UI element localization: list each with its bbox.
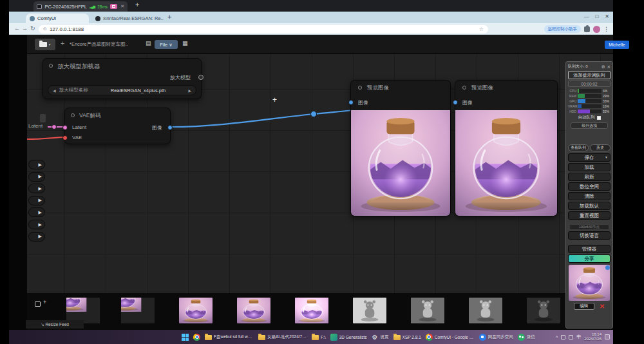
new-session-button[interactable]: + [135,1,139,8]
feed-thumbnail-2[interactable] [179,298,213,323]
sidebar-button-0[interactable]: 保存▼ [568,153,611,162]
prev-value-icon[interactable]: ◀ [53,88,56,93]
sidebar-button-1[interactable]: 加载 [568,163,611,171]
extra-options-button[interactable]: 额外选项 [571,122,608,129]
feed-thumbnail-8[interactable] [527,298,560,323]
node-upscale-model-loader[interactable]: 放大模型加载器 放大模型 ◀ 放大模型名称 RealESRGAN_x4plus.… [43,58,202,99]
model-name-widget[interactable]: ◀ 放大模型名称 RealESRGAN_x4plus.pth ▶ [48,85,196,95]
tray-icon[interactable] [569,335,573,339]
taskbar-clock[interactable]: 16:14 2024/7/26 [584,332,601,341]
back-icon[interactable]: ← [14,25,20,32]
collapsed-node-3[interactable]: ▶ [28,196,45,205]
manager-button[interactable]: 管理器 [568,245,611,253]
queue-prompt-button[interactable]: 添加提示词队列 [568,71,611,79]
close-session-icon[interactable]: ✕ [120,4,124,9]
sidebar-button-5[interactable]: 加载默认 [568,202,611,210]
save-dropdown-arrow[interactable]: ▼ [605,155,608,159]
taskbar-item-windows[interactable] [182,334,189,341]
url-text[interactable]: 127.0.0.1:8188 [50,26,477,32]
collapsed-node-6[interactable]: ▶ [28,232,45,242]
taskbar-item-3D Generalists[interactable]: 3D Generalists [330,334,367,341]
feed-thumbnail-0[interactable] [66,298,100,323]
collapsed-node-4[interactable]: ▶ [28,207,45,217]
auto-queue-checkbox[interactable] [597,116,601,120]
feed-thumbnail-6[interactable] [411,298,444,323]
switch-locale-button[interactable]: 切换语言 [568,231,611,240]
taskbar-item-女娲AI-迭代2024/7宣传[interactable]: 女娲AI-迭代2024/7宣传 [258,334,307,340]
browser-menu-icon[interactable]: ⋮ [603,26,609,32]
sidebar-button-3[interactable]: 数位空间 [568,182,611,191]
node-preview-image-1[interactable]: 预览图像 图像 [350,80,451,216]
upscale-model-output-port[interactable] [198,75,204,80]
feed-pin-icon[interactable]: + [43,299,46,305]
sidebar-button-4[interactable]: 清除 [568,192,611,200]
profile-avatar[interactable] [593,26,600,33]
next-value-icon[interactable]: ▶ [188,88,191,93]
image-output-port[interactable] [167,125,173,130]
maximize-window-icon[interactable]: □ [595,14,598,19]
file-menu-button[interactable]: File ∨ [155,40,178,49]
url-field[interactable]: ⊙ 127.0.0.1:8188 ☆ [39,25,488,33]
view-queue-button[interactable]: 查看队列 [568,144,589,151]
feed-thumbnail-7[interactable] [469,298,502,323]
site-info-icon[interactable]: ⊙ [43,26,47,32]
node-vae-decode[interactable]: VAE解码 Latent VAE 图像 [64,108,171,144]
latent-input-port[interactable] [62,125,68,130]
save-workflow-icon[interactable]: ▤ [146,40,151,46]
new-workflow-button[interactable]: + [61,39,64,47]
collapsed-node-1[interactable]: ▶ [28,172,45,182]
browser-tab-github[interactable]: xinntao/Real-ESRGAN: Re... ✕ [91,14,164,23]
notification-center-icon[interactable] [605,334,610,339]
resize-feed-handle[interactable]: ↘ Resize Feed [26,320,84,329]
feed-thumbnail-4[interactable] [295,298,328,323]
feed-thumbnail-5[interactable] [353,298,386,323]
tray-icon[interactable] [561,335,565,339]
feed-thumbnail-1[interactable] [121,298,155,323]
close-panel-icon[interactable]: ✕ [607,64,611,70]
auto-queue-row[interactable]: 自动队列 [568,114,611,121]
taskbar-item-设置[interactable]: ⚙设置 [372,334,389,341]
resource-row-hdd: HDD52% [568,109,611,114]
reload-icon[interactable]: ↻ [30,25,35,32]
user-button[interactable]: Michelle [605,41,629,49]
node-info-mini-button[interactable]: 100x640节点 [569,224,609,230]
extensions-icon[interactable] [584,26,590,32]
taskbar-item-微信[interactable]: 微信 [518,334,535,341]
taskbar-item-F:\[interactable]: F:\ [312,334,326,340]
image-input-port[interactable] [453,100,458,105]
view-history-button[interactable]: 历史 [590,144,611,151]
edit-button[interactable]: 编辑 [574,303,594,310]
collapsed-node-5[interactable]: ▶ [28,220,45,229]
collapsed-node-2[interactable]: ▶ [28,184,45,193]
tray-chevron-icon[interactable]: ^ [556,335,558,339]
taskbar-item-F盘webui sd full web...[interactable]: F盘webui sd full web... [205,334,254,340]
feed-thumbnail-3[interactable] [237,298,270,323]
latest-result-thumbnail[interactable] [569,265,610,301]
grid-view-icon[interactable]: ▦ [182,40,188,46]
ime-language-indicator[interactable]: 中 [576,334,581,340]
vae-input-port[interactable] [62,135,68,140]
sidebar-button-2[interactable]: 刷新 [568,173,611,181]
new-tab-button[interactable]: + [167,13,171,21]
feed-window-icon[interactable] [35,301,41,307]
close-window-icon[interactable]: ✕ [605,14,609,19]
taskbar-item-网盘同步空间[interactable]: 网盘同步空间 [479,334,513,341]
workflow-tab[interactable]: *Encore产品草图转定车图.. [70,41,128,48]
browser-tab-comfyui[interactable]: ComfyUI [26,14,89,23]
image-input-port[interactable] [348,100,354,105]
minimize-window-icon[interactable]: — [583,14,589,19]
share-button[interactable]: 分享 [568,254,611,263]
assistant-badge[interactable]: 远程控制小助手 [544,25,582,33]
node-preview-image-2[interactable]: 预览图像 图像 [455,80,558,216]
settings-gear-icon[interactable]: ⚙ [601,64,605,70]
forward-icon[interactable]: → [22,25,28,32]
sidebar-button-6[interactable]: 重置视图 [568,211,611,220]
collapsed-node-0[interactable]: ▶ [28,160,45,169]
taskbar-item-XSP 2.8.1[interactable]: XSP 2.8.1 [393,334,421,340]
bookmark-star-icon[interactable]: ☆ [479,26,484,32]
workflows-folder-button[interactable]: ▼ [35,39,55,50]
remote-session-tab[interactable]: PC-20240625HFPL ▂▄▆ 28ms ✕ [33,1,128,12]
taskbar-item-chrome[interactable] [193,334,200,341]
taskbar-item-ComfyUI - Google Chro...[interactable]: ComfyUI - Google Chro... [426,334,475,341]
delete-icon[interactable]: ✕ [600,303,605,310]
